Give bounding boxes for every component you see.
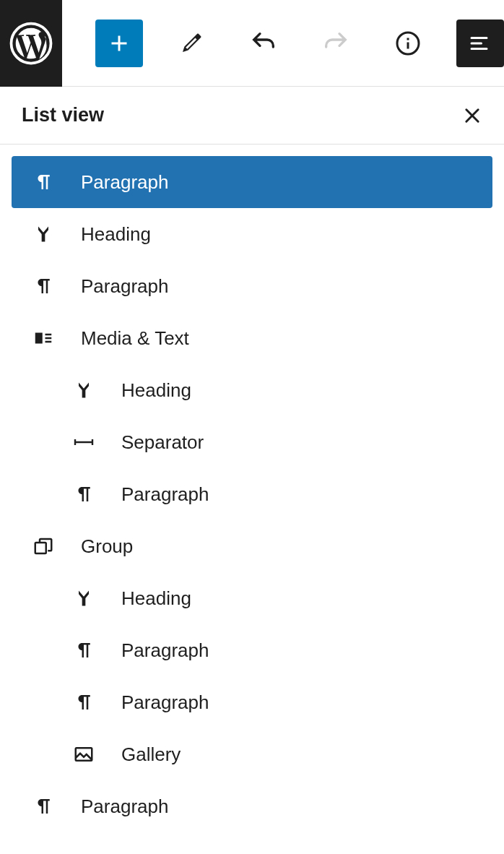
list-view-icon <box>467 30 493 56</box>
block-item-label: Paragraph <box>81 171 168 194</box>
block-item-heading[interactable]: Heading <box>12 572 492 624</box>
block-item-label: Group <box>81 535 133 558</box>
toolbar-buttons <box>62 20 504 67</box>
paragraph-icon <box>32 275 55 298</box>
block-item-paragraph[interactable]: Paragraph <box>12 156 492 208</box>
undo-button[interactable] <box>240 20 287 67</box>
paragraph-icon <box>72 691 95 714</box>
block-item-label: Heading <box>121 379 191 402</box>
block-item-label: Paragraph <box>121 639 209 662</box>
paragraph-icon <box>72 483 95 506</box>
block-item-heading[interactable]: Heading <box>12 208 492 260</box>
block-item-label: Paragraph <box>121 483 209 506</box>
block-item-label: Paragraph <box>121 691 209 714</box>
block-item-paragraph[interactable]: Paragraph <box>12 468 492 520</box>
redo-button[interactable] <box>312 20 360 67</box>
block-item-group[interactable]: Group <box>12 520 492 572</box>
plus-icon <box>106 30 132 56</box>
block-item-paragraph[interactable]: Paragraph <box>12 624 492 676</box>
info-button[interactable] <box>384 20 432 67</box>
separator-icon <box>72 431 95 454</box>
wordpress-logo[interactable] <box>0 0 62 87</box>
undo-icon <box>249 29 278 58</box>
close-icon <box>462 105 482 126</box>
paragraph-icon <box>32 171 55 194</box>
block-item-paragraph[interactable]: Paragraph <box>12 780 492 832</box>
block-item-label: Paragraph <box>81 275 168 298</box>
heading-icon <box>72 379 95 402</box>
block-item-label: Paragraph <box>81 795 168 818</box>
media-text-icon <box>32 327 55 350</box>
block-item-label: Separator <box>121 431 204 454</box>
block-item-media-text[interactable]: Media & Text <box>12 312 492 364</box>
group-icon <box>32 535 55 558</box>
info-icon <box>395 30 421 56</box>
heading-icon <box>32 223 55 246</box>
heading-icon <box>72 587 95 610</box>
block-item-label: Media & Text <box>81 327 189 350</box>
panel-header: List view <box>0 87 504 145</box>
wordpress-icon <box>9 22 53 65</box>
block-item-label: Gallery <box>121 743 181 766</box>
paragraph-icon <box>72 639 95 662</box>
block-item-separator[interactable]: Separator <box>12 416 492 468</box>
block-item-paragraph[interactable]: Paragraph <box>12 260 492 312</box>
add-block-button[interactable] <box>95 20 143 67</box>
block-list: ParagraphHeadingParagraphMedia & TextHea… <box>0 145 504 844</box>
block-item-label: Heading <box>121 587 191 610</box>
close-panel-button[interactable] <box>462 105 482 126</box>
block-item-label: Heading <box>81 223 151 246</box>
redo-icon <box>321 29 350 58</box>
block-item-gallery[interactable]: Gallery <box>12 728 492 780</box>
svg-rect-2 <box>35 333 43 344</box>
paragraph-icon <box>32 795 55 818</box>
pencil-icon <box>178 30 204 56</box>
gallery-icon <box>72 743 95 766</box>
svg-rect-3 <box>35 543 46 553</box>
block-item-heading[interactable]: Heading <box>12 364 492 416</box>
list-view-button[interactable] <box>456 20 504 67</box>
editor-toolbar <box>0 0 504 87</box>
block-item-paragraph[interactable]: Paragraph <box>12 676 492 728</box>
edit-button[interactable] <box>168 20 215 67</box>
panel-title: List view <box>22 104 104 126</box>
